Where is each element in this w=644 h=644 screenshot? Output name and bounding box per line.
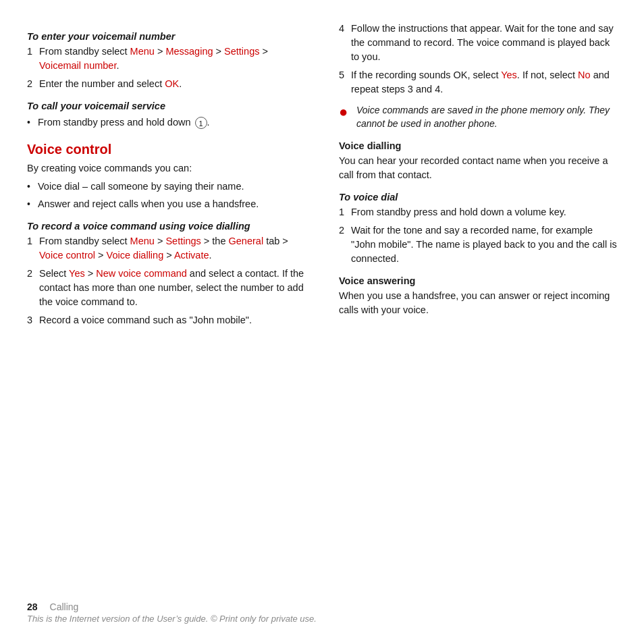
bullet-text: Voice dial – call someone by saying thei… (38, 180, 305, 194)
voice-dial-steps: 1 From standby press and hold down a vol… (339, 205, 617, 266)
voice-control-title: Voice control (27, 142, 305, 157)
note-block: ● Voice commands are saved in the phone … (339, 103, 617, 131)
voice-control-bullet-1: • Voice dial – call someone by saying th… (27, 180, 305, 194)
menu-link: Menu (130, 236, 155, 246)
step-num: 4 (339, 22, 351, 64)
menu-link: Menu (130, 46, 155, 57)
step-4: 4 Follow the instructions that appear. W… (339, 22, 617, 64)
yes-link: Yes (69, 268, 85, 279)
call-voicemail-text: From standby press and hold down 1. (38, 115, 305, 130)
record-step-2: 2 Select Yes > New voice command and sel… (27, 267, 305, 309)
voicemail-heading: To enter your voicemail number (27, 31, 305, 42)
record-step-1: 1 From standby select Menu > Settings > … (27, 234, 305, 263)
step-num: 3 (27, 313, 39, 327)
record-step-3: 3 Record a voice command such as "John m… (27, 313, 305, 327)
no-link: No (578, 70, 591, 80)
step-content: Enter the number and select OK. (39, 77, 305, 91)
step-num: 1 (339, 205, 351, 219)
voice-dialling-heading: Voice dialling (339, 140, 617, 151)
voicemail-steps-list: 1 From standby select Menu > Messaging >… (27, 45, 305, 91)
call-voicemail-list: • From standby press and hold down 1. (27, 115, 305, 130)
voice-dial-step-1: 1 From standby press and hold down a vol… (339, 205, 617, 219)
new-voice-command-link: New voice command (96, 268, 187, 279)
footer: 28 Calling This is the Internet version … (27, 592, 617, 624)
voice-answering-heading: Voice answering (339, 275, 617, 286)
voice-dial-heading: To voice dial (339, 192, 617, 203)
step-content: From standby select Menu > Messaging > S… (39, 45, 305, 73)
section-label: Calling (50, 601, 79, 612)
bullet-text: Answer and reject calls when you use a h… (38, 197, 305, 211)
footer-disclaimer: This is the Internet version of the User… (27, 614, 317, 624)
step-num: 5 (339, 68, 351, 97)
page-number: 28 (27, 601, 38, 612)
bullet-dot: • (27, 180, 38, 194)
bullet-dot: • (27, 115, 38, 130)
voice-dialling-link: Voice dialling (107, 250, 164, 261)
bullet-dot: • (27, 197, 38, 211)
voicemail-step-2: 2 Enter the number and select OK. (27, 77, 305, 91)
note-text: Voice commands are saved in the phone me… (356, 103, 617, 131)
voice-dialling-para: You can hear your recorded contact name … (339, 154, 617, 182)
voice-control-intro: By creating voice commands you can: (27, 161, 305, 176)
key-circle: 1 (195, 117, 207, 129)
step-content: Record a voice command such as "John mob… (39, 313, 305, 327)
page: To enter your voicemail number 1 From st… (0, 0, 644, 644)
yes-link: Yes (501, 70, 517, 80)
call-voicemail-item: • From standby press and hold down 1. (27, 115, 305, 130)
voice-control-link: Voice control (39, 250, 95, 261)
messaging-link: Messaging (165, 46, 213, 57)
content-columns: To enter your voicemail number 1 From st… (27, 22, 617, 592)
step-content: From standby select Menu > Settings > th… (39, 234, 305, 263)
voice-dial-step-2: 2 Wait for the tone and say a recorded n… (339, 223, 617, 266)
step-content: Wait for the tone and say a recorded nam… (351, 223, 617, 266)
note-icon: ● (339, 103, 352, 121)
general-link: General (229, 236, 264, 246)
footer-row: 28 Calling (27, 601, 78, 612)
voicemail-number-link: Voicemail number (39, 60, 116, 71)
settings-link: Settings (165, 236, 200, 246)
step-content: If the recording sounds OK, select Yes. … (351, 68, 617, 97)
continued-steps-list: 4 Follow the instructions that appear. W… (339, 22, 617, 97)
record-steps-list: 1 From standby select Menu > Settings > … (27, 234, 305, 327)
activate-link: Activate (174, 250, 209, 261)
call-voicemail-heading: To call your voicemail service (27, 101, 305, 111)
ok-link: OK (165, 78, 179, 89)
step-content: Follow the instructions that appear. Wai… (351, 22, 617, 64)
voice-control-bullet-2: • Answer and reject calls when you use a… (27, 197, 305, 211)
step-content: Select Yes > New voice command and selec… (39, 267, 305, 309)
step-num: 2 (27, 267, 39, 309)
settings-link: Settings (224, 46, 259, 57)
step-num: 2 (27, 77, 39, 91)
step-num: 1 (27, 45, 39, 73)
voicemail-step-1: 1 From standby select Menu > Messaging >… (27, 45, 305, 73)
record-heading: To record a voice command using voice di… (27, 221, 305, 232)
left-column: To enter your voicemail number 1 From st… (27, 22, 312, 592)
step-num: 1 (27, 234, 39, 263)
step-num: 2 (339, 223, 351, 266)
voice-control-bullets: • Voice dial – call someone by saying th… (27, 180, 305, 211)
step-content: From standby press and hold down a volum… (351, 205, 617, 219)
right-column: 4 Follow the instructions that appear. W… (332, 22, 617, 592)
voice-answering-para: When you use a handsfree, you can answer… (339, 289, 617, 317)
step-5: 5 If the recording sounds OK, select Yes… (339, 68, 617, 97)
